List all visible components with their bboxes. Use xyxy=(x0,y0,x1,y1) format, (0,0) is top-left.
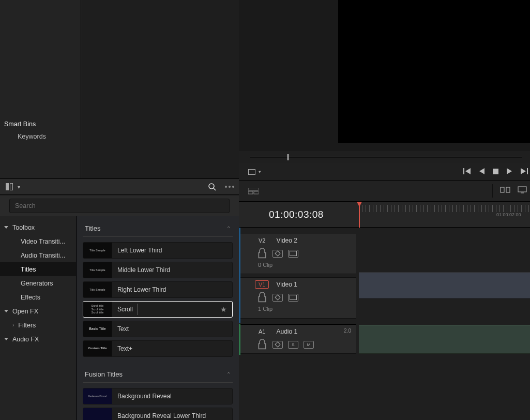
fusion-label: Background Reveal xyxy=(112,393,172,400)
monitor-icon[interactable] xyxy=(518,186,527,196)
title-thumb: Title Sample xyxy=(83,282,112,297)
lock-icon[interactable] xyxy=(257,294,267,302)
effects-items-list: Titles ⌃ Title Sample Left Lower Third T… xyxy=(77,216,239,420)
title-label: Middle Lower Third xyxy=(112,266,170,274)
video-clip-v1[interactable] xyxy=(359,273,530,298)
auto-select-icon[interactable] xyxy=(272,250,283,258)
viewer-panel xyxy=(239,0,530,151)
generators-category[interactable]: Generators xyxy=(0,276,76,290)
fusion-titles-label: Fusion Titles xyxy=(85,370,123,378)
fusion-thumb xyxy=(83,408,112,420)
fusion-label: Background Reveal Lower Third xyxy=(112,412,206,419)
title-thumb: Custom Title xyxy=(83,341,112,356)
media-pool-bins-panel xyxy=(0,0,81,115)
favorite-star-icon[interactable]: ★ xyxy=(220,305,227,313)
audiofx-category[interactable]: Audio FX xyxy=(0,332,76,346)
title-item-left-lower-third[interactable]: Title Sample Left Lower Third xyxy=(83,242,233,259)
titles-section-header[interactable]: Titles ⌃ xyxy=(83,220,233,237)
title-label: Text+ xyxy=(112,345,132,352)
title-item-scroll[interactable]: Scroll title Scroll title Scroll title S… xyxy=(83,301,233,318)
title-label: Scroll xyxy=(112,306,133,313)
crop-tool-icon[interactable]: ▾ xyxy=(248,169,261,175)
title-thumb: Basic Title xyxy=(83,321,112,337)
track-display-icon[interactable] xyxy=(288,294,298,302)
track-v2-header[interactable]: V2 Video 2 0 Clip xyxy=(240,234,356,274)
viewer-scrub-bar[interactable] xyxy=(239,151,530,163)
search-icon[interactable] xyxy=(207,182,217,192)
track-tag-v1[interactable]: V1 xyxy=(255,280,269,289)
solo-button[interactable]: S xyxy=(288,341,298,349)
step-back-icon[interactable] xyxy=(479,167,484,176)
svg-rect-3 xyxy=(248,188,259,190)
timeline-tracks: V2 Video 2 0 Clip V1 Video 1 1 Clip 2.0 … xyxy=(239,228,530,420)
video-transitions-category[interactable]: Video Transiti... xyxy=(0,234,77,248)
fusion-thumb: Background Reveal xyxy=(83,388,112,404)
title-thumb: Title Sample xyxy=(83,243,112,258)
collapse-caret-icon[interactable]: ⌃ xyxy=(226,371,231,377)
svg-point-0 xyxy=(209,184,214,189)
dual-view-icon[interactable] xyxy=(500,186,510,196)
play-icon[interactable] xyxy=(507,167,512,176)
openfx-category[interactable]: Open FX xyxy=(0,304,76,318)
go-start-icon[interactable] xyxy=(463,167,471,176)
viewer-screen[interactable] xyxy=(338,0,530,143)
audio-clip-a1[interactable] xyxy=(359,325,530,354)
track-name-v1: Video 1 xyxy=(276,281,297,288)
fusion-item-background-reveal[interactable]: Background Reveal Background Reveal xyxy=(83,388,233,404)
title-item-text[interactable]: Basic Title Text xyxy=(83,321,233,337)
title-item-text-plus[interactable]: Custom Title Text+ xyxy=(83,340,233,357)
media-pool-toolbar: ▾ xyxy=(0,178,239,195)
timecode-display[interactable]: 01:00:03:08 xyxy=(269,209,324,220)
effects-search-row xyxy=(0,196,239,216)
toolbar-divider xyxy=(492,184,493,198)
title-thumb: Title Sample xyxy=(83,262,112,278)
svg-line-1 xyxy=(214,188,216,190)
title-item-right-lower-third[interactable]: Title Sample Right Lower Third xyxy=(83,281,233,298)
timeline-view-icon[interactable] xyxy=(248,188,259,194)
panel-layout-icon[interactable] xyxy=(4,182,14,192)
lock-icon[interactable] xyxy=(257,341,267,349)
title-label: Text xyxy=(112,325,129,333)
effects-category[interactable]: Effects xyxy=(0,290,76,304)
title-label: Right Lower Third xyxy=(112,286,166,293)
track-a1-header[interactable]: 2.0 A1 Audio 1 S M xyxy=(240,324,356,354)
more-options-icon[interactable] xyxy=(224,182,235,192)
collapse-caret-icon[interactable]: ⌃ xyxy=(226,226,231,231)
svg-rect-2 xyxy=(493,169,498,174)
toolbox-category[interactable]: Toolbox xyxy=(0,220,76,234)
lock-icon[interactable] xyxy=(257,250,267,258)
track-tag-a1[interactable]: A1 xyxy=(255,327,269,336)
scrub-playhead[interactable] xyxy=(287,154,289,160)
svg-rect-11 xyxy=(506,187,510,192)
track-tag-v2[interactable]: V2 xyxy=(255,236,269,245)
track-name-v2: Video 2 xyxy=(276,237,297,244)
fusion-titles-section-header[interactable]: Fusion Titles ⌃ xyxy=(83,366,233,383)
keywords-bin[interactable]: Keywords xyxy=(4,133,77,140)
auto-select-icon[interactable] xyxy=(272,341,283,349)
stop-icon[interactable] xyxy=(493,167,498,176)
title-label: Left Lower Third xyxy=(112,247,162,254)
ruler-label: 01:00:02:00 xyxy=(496,212,521,217)
titles-section-label: Titles xyxy=(85,224,101,232)
auto-select-icon[interactable] xyxy=(272,294,283,302)
audio-meter-value: 2.0 xyxy=(344,328,351,334)
track-v1-header[interactable]: V1 Video 1 1 Clip xyxy=(240,277,356,319)
effects-search-input[interactable] xyxy=(9,199,230,213)
smart-bins-panel: Smart Bins Keywords xyxy=(0,115,81,178)
viewer-transport-bar: ▾ ‹ › xyxy=(239,163,530,180)
svg-rect-5 xyxy=(254,191,259,194)
audio-transitions-category[interactable]: Audio Transiti... xyxy=(0,248,77,262)
mute-button[interactable]: M xyxy=(304,341,314,349)
timeline-ruler[interactable]: 01:00:02:00 xyxy=(359,202,530,228)
filters-category[interactable]: ›Filters xyxy=(0,318,76,332)
fusion-item-background-reveal-lower-third[interactable]: Background Reveal Lower Third xyxy=(83,408,233,420)
track-name-a1: Audio 1 xyxy=(276,328,297,335)
titles-category[interactable]: Titles xyxy=(0,262,76,276)
title-thumb: Scroll title Scroll title Scroll title xyxy=(83,302,112,317)
go-end-icon[interactable] xyxy=(521,167,528,176)
panel-layout-chevron-icon[interactable]: ▾ xyxy=(18,184,20,190)
title-item-middle-lower-third[interactable]: Title Sample Middle Lower Third xyxy=(83,262,233,278)
clip-count-v1: 1 Clip xyxy=(240,304,356,315)
svg-rect-4 xyxy=(248,191,253,194)
track-display-icon[interactable] xyxy=(288,250,298,258)
